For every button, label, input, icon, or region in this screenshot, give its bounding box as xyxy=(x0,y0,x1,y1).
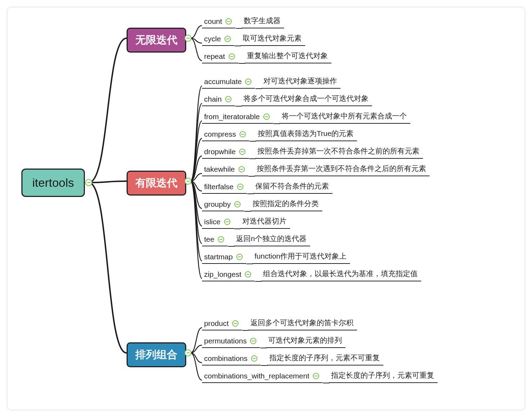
leaf-desc-label: 重复输出整个可迭代对象 xyxy=(247,51,328,61)
leaf-name[interactable]: zip_longest xyxy=(202,268,255,281)
collapse-icon[interactable] xyxy=(313,373,319,379)
branch-finite[interactable]: 有限迭代 xyxy=(127,171,186,196)
leaf-name-label: zip_longest xyxy=(204,270,241,279)
leaf-desc-label: 取可迭代对象元素 xyxy=(243,33,302,43)
leaf-desc-label: 返回多个可迭代对象的笛卡尔积 xyxy=(250,318,353,328)
leaf-name-label: islice xyxy=(204,218,221,226)
leaf-desc[interactable]: 按照真值表筛选为True的元素 xyxy=(256,127,357,141)
leaf-desc[interactable]: 返回n个独立的迭代器 xyxy=(234,232,310,246)
leaf-desc[interactable]: 组合迭代对象，以最长迭代为基准，填充指定值 xyxy=(261,267,421,281)
leaf-name[interactable]: combinations_with_replacement xyxy=(202,370,323,383)
leaf-desc[interactable]: 可迭代对象元素的排列 xyxy=(266,333,345,348)
collapse-icon[interactable] xyxy=(240,131,246,137)
leaf-desc[interactable]: 指定长度的子序列，元素不可重复 xyxy=(267,351,383,365)
leaf-desc-label: 指定长度的子序列，元素不可重复 xyxy=(269,353,380,363)
leaf-desc[interactable]: 按照指定的条件分类 xyxy=(250,197,322,211)
branch-infinite-label: 无限迭代 xyxy=(127,28,186,53)
collapse-icon[interactable] xyxy=(263,114,270,120)
collapse-icon[interactable] xyxy=(245,78,251,85)
collapse-icon[interactable] xyxy=(218,236,224,242)
leaf-name-label: takewhile xyxy=(204,165,235,173)
leaf-name[interactable]: count xyxy=(202,15,235,28)
leaf-desc[interactable]: 对可迭代对象逐项操作 xyxy=(261,74,341,89)
collapse-icon[interactable] xyxy=(239,149,245,155)
branch-finite-label: 有限迭代 xyxy=(127,171,186,196)
leaf-desc[interactable]: 数字生成器 xyxy=(242,14,284,28)
leaf-row: repeat重复输出整个可迭代对象 xyxy=(202,49,331,63)
leaf-desc[interactable]: 重复输出整个可迭代对象 xyxy=(245,49,331,63)
branch-combo[interactable]: 排列组合 xyxy=(127,342,186,367)
leaf-name-label: combinations_with_replacement xyxy=(204,372,309,380)
leaf-name[interactable]: accumulate xyxy=(202,75,255,89)
leaf-name[interactable]: islice xyxy=(202,216,234,229)
leaf-name-label: combinations xyxy=(204,354,248,363)
leaf-name[interactable]: permutations xyxy=(202,335,260,348)
collapse-icon[interactable] xyxy=(225,18,232,25)
collapse-icon[interactable] xyxy=(225,96,231,102)
leaf-desc-label: 可迭代对象元素的排列 xyxy=(268,335,342,345)
leaf-row: zip_longest组合迭代对象，以最长迭代为基准，填充指定值 xyxy=(202,267,421,281)
leaf-name[interactable]: tee xyxy=(202,233,228,246)
collapse-icon[interactable] xyxy=(237,184,243,190)
leaf-name[interactable]: from_iteratorable xyxy=(202,110,273,124)
leaf-row: compress按照真值表筛选为True的元素 xyxy=(202,127,357,141)
collapse-icon[interactable] xyxy=(184,35,191,42)
collapse-icon[interactable] xyxy=(229,53,235,60)
collapse-icon[interactable] xyxy=(184,178,191,185)
leaf-desc[interactable]: 按照条件丢弃掉第一次不符合条件之前的所有元素 xyxy=(255,144,423,159)
leaf-name-label: cycle xyxy=(204,35,221,43)
leaf-desc[interactable]: 按照条件丢弃第一次遇到不符合条件之后的所有元素 xyxy=(255,162,430,176)
collapse-icon[interactable] xyxy=(251,355,257,362)
leaf-name[interactable]: dropwhile xyxy=(202,145,249,159)
leaf-name[interactable]: repeat xyxy=(202,50,238,63)
collapse-icon[interactable] xyxy=(245,271,251,278)
leaf-row: product返回多个可迭代对象的笛卡尔积 xyxy=(202,316,357,330)
leaf-desc[interactable]: function作用于可迭代对象上 xyxy=(252,249,350,264)
leaf-name-label: filterfalse xyxy=(204,183,234,191)
collapse-icon[interactable] xyxy=(224,219,230,225)
leaf-desc[interactable]: 指定长度的子序列，元素可重复 xyxy=(329,368,438,383)
collapse-icon[interactable] xyxy=(224,36,231,42)
leaf-name-label: repeat xyxy=(204,52,225,61)
leaf-name[interactable]: takewhile xyxy=(202,163,248,176)
branch-combo-label: 排列组合 xyxy=(127,342,186,367)
leaf-row: takewhile按照条件丢弃第一次遇到不符合条件之后的所有元素 xyxy=(202,162,430,176)
branch-infinite[interactable]: 无限迭代 xyxy=(127,28,186,53)
leaf-desc[interactable]: 对迭代器切片 xyxy=(240,214,290,229)
leaf-row: filterfalse保留不符合条件的元素 xyxy=(202,179,332,194)
leaf-name[interactable]: compress xyxy=(202,128,249,141)
leaf-desc[interactable]: 保留不符合条件的元素 xyxy=(253,179,332,194)
leaf-name[interactable]: startmap xyxy=(202,251,246,264)
leaf-desc-label: 将多个可迭代对象合成一个可迭代对象 xyxy=(243,94,369,103)
leaf-row: groupby按照指定的条件分类 xyxy=(202,197,322,211)
leaf-name[interactable]: cycle xyxy=(202,33,234,46)
leaf-name[interactable]: combinations xyxy=(202,352,261,365)
leaf-name[interactable]: filterfalse xyxy=(202,180,247,194)
leaf-row: count数字生成器 xyxy=(202,14,284,28)
leaf-name-label: count xyxy=(204,17,222,26)
leaf-name[interactable]: product xyxy=(202,317,242,330)
collapse-icon[interactable] xyxy=(234,201,241,207)
leaf-row: chain将多个可迭代对象合成一个可迭代对象 xyxy=(202,91,372,106)
collapse-icon[interactable] xyxy=(184,349,191,356)
leaf-desc[interactable]: 取可迭代对象元素 xyxy=(241,31,305,46)
collapse-icon[interactable] xyxy=(238,166,245,172)
collapse-icon[interactable] xyxy=(250,338,256,344)
leaf-name-label: product xyxy=(204,319,229,328)
leaf-row: cycle取可迭代对象元素 xyxy=(202,31,305,46)
leaf-desc[interactable]: 将多个可迭代对象合成一个可迭代对象 xyxy=(241,91,372,106)
leaf-row: accumulate对可迭代对象逐项操作 xyxy=(202,74,341,89)
leaf-desc[interactable]: 返回多个可迭代对象的笛卡尔积 xyxy=(248,316,357,330)
leaf-desc-label: function作用于可迭代对象上 xyxy=(255,251,347,261)
leaf-name[interactable]: groupby xyxy=(202,198,244,211)
root-node[interactable]: itertools xyxy=(21,169,85,197)
collapse-icon[interactable] xyxy=(232,320,238,327)
leaf-name[interactable]: chain xyxy=(202,93,235,106)
leaf-row: dropwhile按照条件丢弃掉第一次不符合条件之前的所有元素 xyxy=(202,144,423,159)
leaf-row: tee返回n个独立的迭代器 xyxy=(202,232,310,246)
leaf-name-label: dropwhile xyxy=(204,148,236,156)
collapse-icon[interactable] xyxy=(236,254,243,260)
collapse-icon[interactable] xyxy=(85,179,92,186)
leaf-row: combinations_with_replacement指定长度的子序列，元素… xyxy=(202,368,438,383)
leaf-desc[interactable]: 将一个可迭代对象中所有元素合成一个 xyxy=(280,109,410,124)
